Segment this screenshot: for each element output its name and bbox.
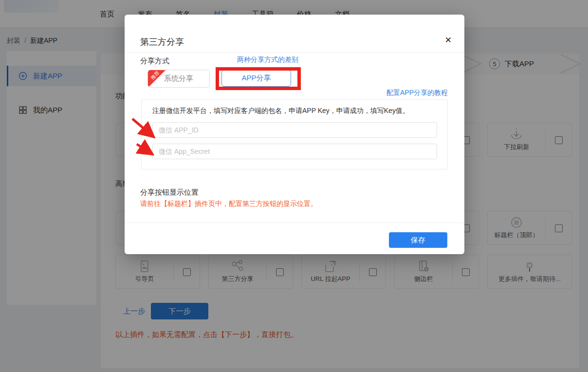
wechat-appid-input[interactable] xyxy=(152,122,437,138)
modal-title: 第三方分享 xyxy=(140,36,184,48)
share-button-position-label: 分享按钮显示位置 xyxy=(140,188,199,197)
close-icon[interactable]: ✕ xyxy=(445,36,452,44)
app-share-tutorial-link[interactable]: 配置APP分享的教程 xyxy=(386,89,448,97)
save-button[interactable]: 保存 xyxy=(389,232,447,248)
share-button-position-note: 请前往【标题栏】插件页中，配置第三方按钮的显示位置。 xyxy=(140,200,317,208)
modal-header: 第三方分享 ✕ xyxy=(125,15,464,53)
modal-footer-divider xyxy=(125,223,464,223)
share-method-label: 分享方式 xyxy=(140,56,169,66)
system-share-button[interactable]: 系统分享 推荐 xyxy=(147,70,210,88)
wechat-appsecret-input[interactable] xyxy=(152,144,437,159)
app-share-button[interactable]: APP分享 xyxy=(221,70,291,87)
recommend-ribbon: 推荐 xyxy=(148,70,165,88)
wechat-config-instruction: 注册微信开发平台，填写对应客户端的包名，申请APP Key，申请成功，填写Key… xyxy=(152,107,409,115)
share-method-diff-link[interactable]: 两种分享方式的差别 xyxy=(237,56,298,64)
third-party-share-modal: 第三方分享 ✕ 分享方式 两种分享方式的差别 系统分享 推荐 APP分享 配置A… xyxy=(125,15,464,254)
wechat-config-panel: 注册微信开发平台，填写对应客户端的包名，申请APP Key，申请成功，填写Key… xyxy=(141,99,448,169)
